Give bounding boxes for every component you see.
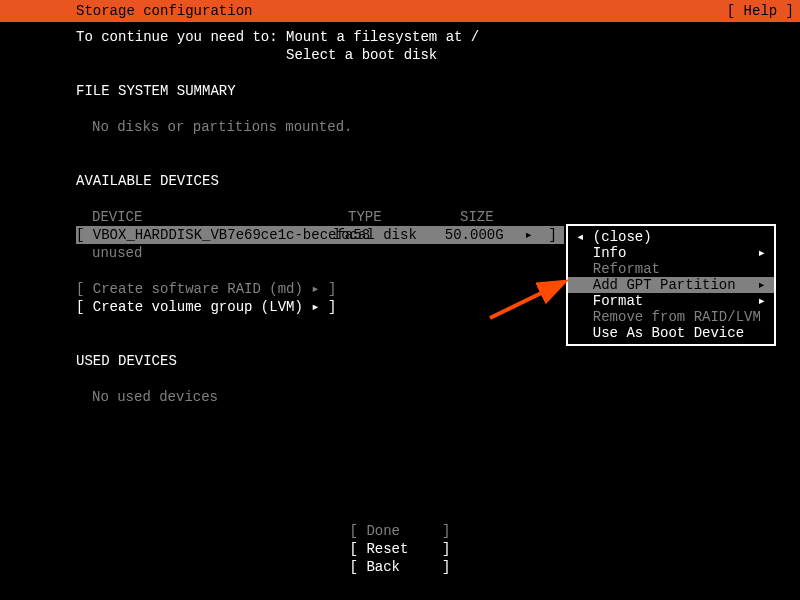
device-name: VBOX_HARDDISK_VB7e69ce1c-becefa53 — [93, 226, 333, 244]
device-size: 50.000G — [445, 226, 517, 244]
back-button[interactable]: [ Back ] — [0, 558, 800, 576]
menu-remove-raid-lvm: Remove from RAID/LVM — [568, 309, 774, 325]
instruction-line: Select a boot disk — [76, 46, 724, 64]
menu-info[interactable]: Info▸ — [568, 245, 774, 261]
col-device: DEVICE — [92, 208, 348, 226]
menu-use-as-boot[interactable]: Use As Boot Device — [568, 325, 774, 341]
reset-button[interactable]: [ Reset ] — [0, 540, 800, 558]
device-type: local disk — [333, 226, 445, 244]
chevron-left-icon: ◂ — [576, 229, 584, 245]
used-empty-text: No used devices — [76, 388, 724, 406]
menu-format[interactable]: Format▸ — [568, 293, 774, 309]
section-heading-used: USED DEVICES — [76, 352, 724, 370]
done-button[interactable]: [ Done ] — [0, 522, 800, 540]
menu-add-gpt-partition[interactable]: Add GPT Partition▸ — [568, 277, 774, 293]
page-title: Storage configuration — [76, 3, 252, 19]
chevron-right-icon: ▸ — [517, 226, 533, 244]
footer-buttons: [ Done ] [ Reset ] [ Back ] — [0, 522, 800, 576]
section-heading-available: AVAILABLE DEVICES — [76, 172, 724, 190]
menu-reformat: Reformat — [568, 261, 774, 277]
context-menu: ◂ (close) Info▸ Reformat Add GPT Partiti… — [566, 224, 776, 346]
col-size: SIZE — [460, 208, 524, 226]
menu-close[interactable]: ◂ (close) — [568, 229, 774, 245]
titlebar: Storage configuration [ Help ] — [0, 0, 800, 22]
col-type: TYPE — [348, 208, 460, 226]
help-button[interactable]: [ Help ] — [727, 3, 794, 19]
instruction-line: To continue you need to: Mount a filesys… — [76, 28, 724, 46]
chevron-right-icon: ▸ — [758, 245, 766, 261]
section-heading-fs: FILE SYSTEM SUMMARY — [76, 82, 724, 100]
main-content: To continue you need to: Mount a filesys… — [0, 22, 800, 406]
chevron-right-icon: ▸ — [758, 277, 766, 293]
chevron-right-icon: ▸ — [758, 293, 766, 309]
fs-empty-text: No disks or partitions mounted. — [76, 118, 724, 136]
